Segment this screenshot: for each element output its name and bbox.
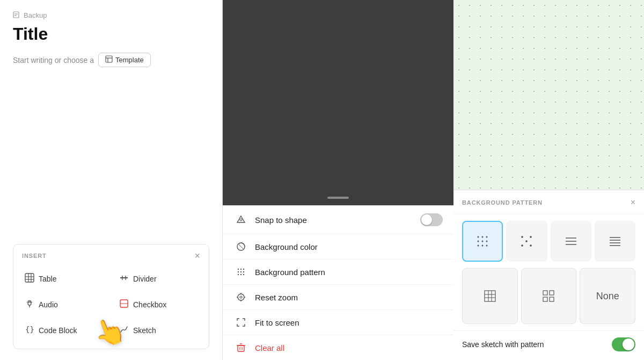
code-block-label: Code Block	[39, 326, 77, 335]
svg-point-31	[243, 274, 244, 275]
pattern-dots-button[interactable]	[462, 221, 503, 262]
prompt-text: Start writing or choose a	[13, 56, 94, 64]
svg-point-45	[486, 236, 488, 238]
fit-to-screen-label: Fit to screen	[255, 318, 443, 327]
bg-pattern-title: BACKGROUND PATTERN	[462, 199, 543, 206]
svg-point-33	[240, 296, 242, 298]
clear-all-row[interactable]: Clear all	[223, 335, 453, 360]
snap-to-shape-label: Snap to shape	[255, 215, 420, 225]
left-panel: Backup Title Start writing or choose a T…	[0, 0, 223, 360]
svg-point-43	[478, 236, 479, 238]
svg-rect-3	[106, 56, 112, 62]
reset-zoom-row[interactable]: Reset zoom	[223, 285, 453, 310]
svg-point-14	[28, 302, 31, 305]
svg-marker-19	[237, 216, 245, 222]
pattern-none-button[interactable]: None	[580, 268, 635, 324]
svg-rect-77	[550, 297, 554, 301]
insert-item-audio[interactable]: Audio	[18, 293, 110, 316]
page-title: Title	[13, 24, 209, 44]
pattern-grid-button[interactable]	[462, 268, 518, 324]
insert-header: INSERT ×	[13, 244, 209, 265]
bg-pattern-close-button[interactable]: ×	[631, 198, 635, 207]
svg-text:{}: {}	[25, 325, 34, 334]
svg-point-32	[238, 294, 244, 300]
pattern-hlines2-button[interactable]	[595, 221, 635, 262]
middle-panel: Snap to shape Background color	[223, 0, 453, 360]
snap-toggle[interactable]	[420, 213, 443, 226]
audio-label: Audio	[39, 300, 58, 309]
svg-point-28	[243, 271, 244, 272]
background-pattern-row[interactable]: Background pattern	[223, 260, 453, 285]
reset-zoom-icon	[233, 292, 248, 302]
bg-pattern-header: BACKGROUND PATTERN ×	[453, 190, 644, 214]
insert-item-code-block[interactable]: {} Code Block 👆	[18, 319, 110, 342]
background-color-label: Background color	[255, 242, 443, 251]
background-color-icon	[233, 242, 248, 251]
svg-rect-74	[543, 291, 547, 295]
pattern-cross-button[interactable]	[506, 221, 547, 262]
insert-item-sketch[interactable]: Sketch	[112, 319, 204, 342]
insert-close-button[interactable]: ×	[194, 251, 200, 261]
template-icon	[105, 55, 113, 64]
code-icon: {}	[25, 325, 34, 336]
pattern-grid-row1	[453, 214, 644, 268]
save-sketch-row: Save sketch with pattern	[453, 330, 644, 360]
svg-rect-75	[550, 291, 554, 295]
svg-rect-0	[13, 12, 19, 18]
none-label: None	[596, 291, 619, 302]
canvas-area	[223, 0, 453, 205]
svg-point-51	[486, 245, 488, 247]
pattern-hlines-button[interactable]	[551, 221, 591, 262]
audio-icon	[25, 299, 34, 311]
background-pattern-label: Background pattern	[255, 268, 443, 277]
insert-grid: Table Divider	[13, 265, 209, 349]
template-prompt-row: Start writing or choose a Template	[13, 53, 209, 67]
svg-rect-76	[543, 297, 547, 301]
insert-panel: INSERT × Table	[13, 244, 209, 349]
svg-point-47	[482, 241, 484, 242]
insert-item-table[interactable]: Table	[18, 267, 110, 291]
checkbox-icon	[119, 299, 129, 311]
sketch-label: Sketch	[133, 326, 156, 335]
options-panel: Snap to shape Background color	[223, 205, 453, 360]
save-sketch-label: Save sketch with pattern	[462, 340, 612, 349]
reset-zoom-label: Reset zoom	[255, 293, 443, 302]
sketch-icon	[119, 325, 129, 336]
divider-icon	[119, 273, 129, 285]
insert-item-divider[interactable]: Divider	[112, 267, 204, 291]
template-button[interactable]: Template	[98, 53, 151, 67]
svg-point-27	[240, 271, 241, 272]
snap-toggle-knob	[421, 214, 432, 225]
trash-icon	[233, 343, 248, 352]
save-sketch-toggle-knob	[623, 339, 634, 350]
pattern-grid-row2: None	[453, 268, 644, 330]
snap-to-shape-row: Snap to shape	[223, 206, 453, 234]
table-icon	[25, 273, 34, 285]
snap-icon	[233, 215, 248, 225]
bg-pattern-panel: BACKGROUND PATTERN ×	[453, 190, 644, 360]
fit-to-screen-icon	[233, 318, 248, 327]
svg-rect-6	[25, 273, 34, 282]
svg-point-44	[482, 236, 484, 238]
bg-pattern-preview	[453, 0, 644, 190]
backup-link[interactable]: Backup	[13, 11, 209, 20]
backup-label: Backup	[24, 11, 47, 19]
right-panel: BACKGROUND PATTERN ×	[453, 0, 644, 360]
svg-point-23	[238, 269, 239, 270]
svg-point-29	[238, 274, 239, 275]
fit-to-screen-row[interactable]: Fit to screen	[223, 310, 453, 335]
svg-rect-69	[485, 291, 495, 301]
backup-icon	[13, 11, 20, 20]
save-sketch-toggle[interactable]	[612, 337, 635, 351]
checkbox-label: Checkbox	[133, 300, 166, 309]
svg-point-30	[240, 274, 241, 275]
svg-point-48	[486, 241, 488, 242]
clear-all-label: Clear all	[255, 343, 443, 352]
pattern-grid2-button[interactable]	[521, 268, 577, 324]
svg-line-22	[239, 244, 243, 249]
svg-point-49	[478, 245, 479, 247]
background-color-row[interactable]: Background color	[223, 234, 453, 260]
canvas-handle	[327, 197, 349, 199]
svg-point-26	[238, 271, 239, 272]
insert-item-checkbox[interactable]: Checkbox	[112, 293, 204, 316]
